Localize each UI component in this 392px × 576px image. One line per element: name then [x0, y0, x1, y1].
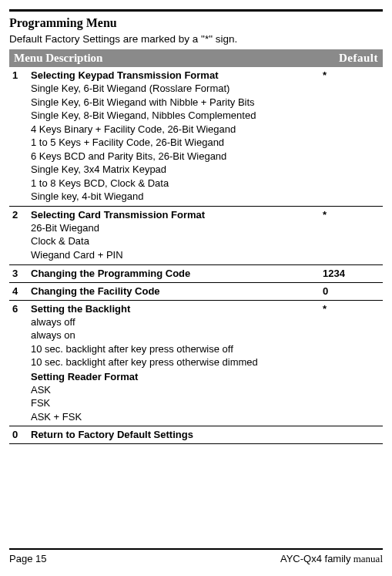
row-num: 3: [9, 264, 28, 282]
row-line: 10 sec. backlight after key press otherw…: [31, 342, 317, 356]
row-title: Selecting Keypad Transmission Format: [31, 69, 317, 81]
table-row: 6 Setting the Backlight always off alway…: [9, 300, 383, 426]
footer-product: AYC-Qx4 family: [280, 553, 351, 564]
table-header-row: Menu Description Default: [9, 49, 383, 67]
row-content: Return to Factory Default Settings: [28, 426, 320, 444]
row-title: Changing the Facility Code: [31, 285, 317, 297]
subtitle: Default Factory Settings are marked by a…: [9, 33, 383, 45]
row-content: Changing the Programming Code: [28, 264, 320, 282]
footer-page-number: Page 15: [9, 553, 46, 564]
row-title: Return to Factory Default Settings: [31, 429, 317, 440]
footer-product-manual: AYC-Qx4 family manual: [280, 553, 383, 565]
header-default: Default: [320, 49, 383, 67]
row-num: 2: [9, 206, 28, 264]
row-line: 1 to 8 Keys BCD, Clock & Data: [31, 177, 317, 190]
row-content: Changing the Facility Code: [28, 282, 320, 300]
row-line: Single Key, 8-Bit Wiegand, Nibbles Compl…: [31, 109, 317, 123]
row-line: 1 to 5 Keys + Facility Code, 26-Bit Wieg…: [31, 136, 317, 150]
table-row: 1 Selecting Keypad Transmission Format S…: [9, 67, 383, 206]
row-line: 10 sec. backlight after key press otherw…: [31, 355, 317, 369]
row-default: 1234: [320, 264, 383, 282]
row-num: 4: [9, 282, 28, 300]
row-line: Single Key, 3x4 Matrix Keypad: [31, 163, 317, 177]
row-line: 26-Bit Wiegand: [31, 221, 317, 235]
row-line: always on: [31, 328, 317, 342]
row-line: Wiegand Card + PIN: [31, 248, 317, 262]
row-line: FSK: [31, 396, 317, 410]
row-title: Selecting Card Transmission Format: [31, 209, 317, 221]
row-line: ASK + FSK: [31, 410, 317, 424]
row-default: *: [320, 300, 383, 426]
header-menu-description: Menu Description: [9, 49, 320, 67]
table-row: 4 Changing the Facility Code 0: [9, 282, 383, 300]
row-content: Selecting Keypad Transmission Format Sin…: [28, 67, 320, 206]
row-line: Clock & Data: [31, 234, 317, 248]
menu-table: Menu Description Default 1 Selecting Key…: [9, 49, 383, 444]
row-subtitle: Setting Reader Format: [31, 371, 317, 382]
row-line: Single Key, 6-Bit Wiegand with Nibble + …: [31, 96, 317, 109]
row-content: Setting the Backlight always off always …: [28, 300, 320, 426]
row-default: [320, 426, 383, 444]
row-num: 0: [9, 426, 28, 444]
row-default: *: [320, 206, 383, 264]
row-line: 6 Keys BCD and Parity Bits, 26-Bit Wiega…: [31, 150, 317, 163]
row-num: 1: [9, 67, 28, 206]
row-default: 0: [320, 282, 383, 300]
row-line: always off: [31, 315, 317, 329]
top-rule: [9, 9, 383, 12]
row-line: Single Key, 6-Bit Wiegand (Rosslare Form…: [31, 82, 317, 96]
row-content: Selecting Card Transmission Format 26-Bi…: [28, 206, 320, 264]
row-line: Single key, 4-bit Wiegand: [31, 190, 317, 204]
footer-manual: manual: [350, 553, 383, 564]
table-row: 0 Return to Factory Default Settings: [9, 426, 383, 444]
table-row: 2 Selecting Card Transmission Format 26-…: [9, 206, 383, 264]
row-line: 4 Keys Binary + Facility Code, 26-Bit Wi…: [31, 123, 317, 136]
row-line: ASK: [31, 383, 317, 397]
page-footer: Page 15 AYC-Qx4 family manual: [9, 548, 383, 565]
row-num: 6: [9, 300, 28, 426]
table-row: 3 Changing the Programming Code 1234: [9, 264, 383, 282]
row-default: *: [320, 67, 383, 206]
row-title: Changing the Programming Code: [31, 268, 317, 279]
footer-rule: [9, 548, 383, 550]
section-title: Programming Menu: [9, 16, 383, 30]
row-title: Setting the Backlight: [31, 303, 317, 315]
